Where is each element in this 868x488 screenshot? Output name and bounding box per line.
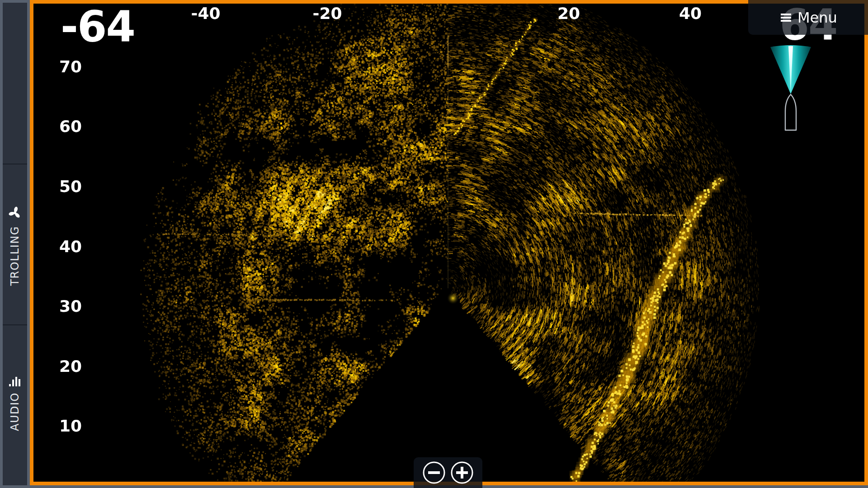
zoom-controls <box>414 457 482 488</box>
sidebar: TROLLING AUDIO <box>3 3 27 485</box>
zoom-out-button[interactable] <box>422 461 446 484</box>
range-label-left: -64 <box>61 6 135 48</box>
top-axis-label: 40 <box>679 4 702 23</box>
top-axis-label: -20 <box>312 4 342 23</box>
boat-outline <box>785 94 796 130</box>
top-axis-label: -40 <box>191 4 220 23</box>
sidebar-item-audio[interactable]: AUDIO <box>3 375 27 431</box>
depth-axis-label: 50 <box>59 177 82 196</box>
sonar-view: -64 64 -40 -20 20 40 70 60 50 40 30 20 1… <box>33 4 864 482</box>
left-bezel: TROLLING AUDIO <box>0 0 30 488</box>
plus-icon <box>450 461 474 484</box>
menu-button[interactable]: Menu <box>748 0 868 35</box>
sidebar-item-label: AUDIO <box>9 392 21 431</box>
sidebar-item-label: TROLLING <box>9 226 21 286</box>
audio-bars-icon <box>8 375 22 387</box>
depth-axis-label: 60 <box>59 117 82 136</box>
depth-axis-label: 70 <box>59 57 82 76</box>
zoom-in-button[interactable] <box>450 461 474 484</box>
depth-axis-label: 20 <box>59 357 82 375</box>
depth-axis-label: 10 <box>59 417 82 435</box>
menu-icon <box>781 14 791 22</box>
menu-label: Menu <box>797 9 837 26</box>
top-axis-label: 20 <box>557 4 580 23</box>
sidebar-item-trolling[interactable]: TROLLING <box>3 205 27 286</box>
transducer-beam-icon <box>768 43 814 134</box>
minus-icon <box>422 461 446 484</box>
sidebar-divider <box>3 324 27 325</box>
sonar-canvas[interactable] <box>33 4 864 482</box>
depth-axis-label: 30 <box>59 297 82 315</box>
sidebar-divider <box>3 164 27 164</box>
depth-axis-label: 40 <box>59 237 82 256</box>
propeller-icon <box>8 205 22 221</box>
